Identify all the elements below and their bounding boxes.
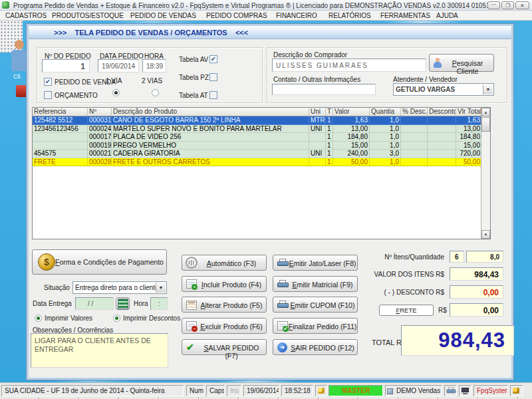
- chevron-down-icon[interactable]: ▼: [483, 84, 493, 94]
- imprimir-descontos-label: Imprimir Descontos: [123, 315, 180, 322]
- scroll-up-button[interactable]: ▲: [481, 108, 490, 116]
- status-master: MASTER: [329, 385, 383, 396]
- form-titlebar[interactable]: >>> TELA PEDIDO DE VENDAS / ORÇAMENTOS <…: [29, 26, 511, 39]
- order-date-input[interactable]: 19/06/2014: [98, 59, 139, 72]
- imprimir-descontos-radio[interactable]: [113, 315, 120, 322]
- order-date-value: 19/06/2014: [102, 63, 135, 70]
- frete-field[interactable]: 0,00: [450, 303, 503, 317]
- col-descricao[interactable]: Descrição do Produto: [112, 108, 309, 116]
- tabela-av-checkbox[interactable]: ✔: [209, 55, 217, 63]
- scroll-down-button[interactable]: ▼: [481, 230, 490, 239]
- forma-pagamento-button[interactable]: $ Forma e Condições de Pagamento: [32, 249, 167, 275]
- menu-pedido-vendas[interactable]: PEDIDO DE VENDAS: [130, 12, 196, 19]
- frete-button[interactable]: FRETE: [379, 305, 434, 316]
- cell-t: 1: [326, 142, 333, 150]
- cell-pdesc: [401, 158, 428, 167]
- orcamento-checkbox[interactable]: [44, 91, 52, 99]
- col-pdesc[interactable]: % Desc.: [401, 108, 428, 116]
- status-printer-panel[interactable]: [444, 385, 457, 396]
- person-icon: [433, 58, 442, 68]
- sair-pedido-button[interactable]: ➜ SAIR PEDIDO (F12): [273, 339, 358, 355]
- emitir-cupom-button[interactable]: Emitir CUPOM (F10): [273, 297, 358, 313]
- col-valor[interactable]: Valor: [333, 108, 370, 116]
- hora-entrega-input[interactable]: :: [150, 297, 168, 310]
- restore-button[interactable]: ❐: [501, 1, 514, 9]
- menu-ferramentas[interactable]: FERRAMENTAS: [380, 12, 430, 19]
- minus-icon: −: [192, 326, 198, 332]
- alterar-produto-button[interactable]: Alterar Produto (F5): [182, 297, 267, 313]
- table-row-selected[interactable]: 125482 5512 000031 CANO DE ESGOTO BARRA …: [33, 116, 482, 125]
- menu-ajuda[interactable]: AJUDA: [436, 12, 458, 19]
- radio-dot: [115, 317, 118, 320]
- tabela-at-checkbox[interactable]: [209, 91, 217, 99]
- table-row[interactable]: 000017 PLACA DE VIDEO 256 1 184,80 1,0 1…: [33, 133, 482, 142]
- via1-radio[interactable]: [112, 89, 120, 96]
- calendar-button[interactable]: [116, 297, 130, 310]
- via2-label: 2 VIAS: [142, 77, 162, 84]
- valor-itens-label: VALOR DOS ITENS R$: [358, 271, 444, 278]
- scroll-up-icon: ▲: [484, 110, 488, 114]
- menu-financeiro[interactable]: FINANCEIRO: [276, 12, 317, 19]
- contato-input[interactable]: [272, 84, 376, 95]
- cell-ref: [33, 142, 88, 150]
- pedido-venda-checkbox[interactable]: ✔: [44, 78, 52, 86]
- incluir-produto-button[interactable]: + Incluir Produto (F4): [182, 276, 267, 292]
- chevron-down-icon[interactable]: ▼: [156, 283, 166, 293]
- col-vlrtotal[interactable]: Vlr Total: [456, 108, 482, 116]
- data-entrega-input[interactable]: / /: [75, 297, 114, 310]
- desconto-field[interactable]: 0,00: [450, 285, 503, 299]
- via2-radio[interactable]: [152, 89, 159, 96]
- cell-val: 184,80: [333, 133, 370, 142]
- pesquisar-cliente-label: Pesquisar Cliente: [442, 59, 493, 75]
- scroll-thumb[interactable]: [481, 117, 490, 132]
- menu-pedido-compras[interactable]: PEDIDO COMPRAS: [206, 12, 267, 19]
- menu-relatorios[interactable]: RELATÓRIOS: [329, 12, 371, 19]
- observacoes-textarea[interactable]: LIGAR PARA O CLIENTE ANTES DE ENTREGAR: [31, 333, 168, 368]
- pesquisar-cliente-button[interactable]: Pesquisar Cliente: [429, 54, 494, 72]
- col-t[interactable]: T: [326, 108, 333, 116]
- cell-desconto: [428, 150, 456, 158]
- cell-val: 15,00: [333, 142, 370, 150]
- menu-cadastros[interactable]: CADASTROS: [5, 12, 47, 19]
- order-time-input[interactable]: 18:39: [142, 59, 166, 72]
- table-row-freight[interactable]: FRETE 000028 FRETE E OUTROS CARRETOS 1 5…: [33, 158, 482, 167]
- minimize-button[interactable]: —: [487, 1, 500, 9]
- red-desktop-icon[interactable]: [16, 85, 27, 97]
- automatico-button[interactable]: Automático (F3): [182, 255, 267, 271]
- table-scrollbar[interactable]: ▲ ▼: [481, 108, 490, 239]
- salvar-pedido-button[interactable]: ✔ SALVAR PEDIDO (F7): [182, 339, 267, 355]
- buyer-name-input[interactable]: ULISSES GUIMARAES: [272, 59, 426, 72]
- tabela-pz-checkbox[interactable]: [209, 73, 217, 81]
- table-row[interactable]: 454575 000021 CADEIRA GIRATORIA UNI 1 24…: [33, 150, 482, 158]
- status-computer-panel[interactable]: [459, 385, 471, 396]
- table-row[interactable]: 000019 PREGO VERMELHO 1 15,00 1,0 15,00: [33, 142, 482, 150]
- menu-produtos-estoque[interactable]: PRODUTOS/ESTOQUE: [52, 12, 124, 19]
- cell-ref: 454575: [33, 150, 88, 158]
- cell-ref: [33, 133, 88, 142]
- cell-qty: 3,0: [370, 150, 401, 158]
- col-desconto[interactable]: Desconto: [428, 108, 456, 116]
- hora-entrega-label: Hora: [134, 300, 148, 307]
- version-icon: [387, 388, 393, 394]
- imprimir-valores-radio[interactable]: [35, 315, 42, 322]
- restore-icon: ❐: [505, 3, 510, 9]
- excluir-produto-button[interactable]: − Excluir Produto (F6): [182, 318, 267, 334]
- finalizar-pedido-button[interactable]: ✔ Finalizar Pedido (F11): [273, 318, 358, 334]
- cell-desc: FRETE E OUTROS CARRETOS: [112, 158, 309, 167]
- table-row[interactable]: 123456123456 000024 MARTELO SUPER NOVO E…: [33, 125, 482, 134]
- situacao-combobox[interactable]: Entrega direto para o cliente ▼: [72, 281, 167, 294]
- buyer-name-value: ULISSES GUIMARAES: [276, 62, 368, 69]
- close-button[interactable]: ✕: [515, 1, 529, 9]
- col-referencia[interactable]: Referencia: [33, 108, 88, 116]
- via1-label: 1 VIA: [106, 77, 122, 84]
- atendente-combobox[interactable]: GETULIO VARGAS ▼: [393, 83, 494, 96]
- cell-pdesc: [401, 133, 428, 142]
- emitir-matricial-button[interactable]: Emitir Matricial (F9): [273, 276, 358, 292]
- order-num-input[interactable]: 1: [42, 59, 90, 72]
- client-desktop-icon[interactable]: Cli: [11, 40, 27, 80]
- emitir-laser-button[interactable]: Emitir Jato/Laser (F8): [273, 255, 358, 271]
- cell-no: 000024: [88, 125, 112, 134]
- col-numero[interactable]: Nº: [88, 108, 112, 116]
- col-quantia[interactable]: Quantia: [370, 108, 401, 116]
- col-uni[interactable]: Uni: [309, 108, 326, 116]
